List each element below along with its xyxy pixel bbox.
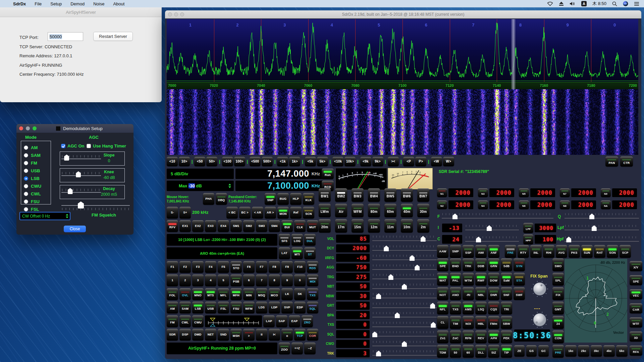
btn-cwl[interactable]: CWL [179, 315, 191, 327]
btn-2m[interactable]: 2m [417, 219, 429, 233]
btn-n5[interactable]: N5 [519, 188, 529, 197]
btn-f1[interactable]: F1 [167, 261, 178, 273]
btn-bc[interactable]: < BC [226, 207, 238, 219]
btn-x-y[interactable]: X/Y [630, 261, 642, 271]
btn-bw1[interactable]: BW1 [319, 188, 331, 202]
mode-option-sam[interactable]: SAM [24, 152, 51, 158]
mode-option-cwu[interactable]: CWU [24, 183, 51, 189]
btn-dul[interactable]: DUL [304, 234, 316, 246]
btn-rev[interactable]: REV [475, 330, 487, 343]
cwo-slider[interactable] [372, 340, 437, 348]
btn-son[interactable]: SON [607, 245, 618, 258]
btn-mco[interactable]: MCO [269, 288, 280, 300]
btn-swf[interactable]: SWF [514, 287, 525, 300]
radio-cwl[interactable] [24, 192, 28, 196]
restart-server-button[interactable]: Restart Server [93, 32, 133, 41]
btn-f4[interactable]: F4 [205, 261, 216, 273]
btn-mdi[interactable]: MDI [307, 275, 318, 286]
btn-z[interactable]: --Z [304, 343, 316, 354]
close-traffic-light[interactable] [19, 126, 23, 130]
btn-btn[interactable]: > [243, 329, 255, 341]
btn-sto[interactable]: STO [230, 261, 242, 273]
btn-o[interactable]: o [281, 329, 293, 341]
btn-50[interactable]: 50> [206, 157, 217, 166]
sql-slider[interactable] [372, 330, 437, 338]
btn-8[interactable]: 8 [269, 275, 280, 286]
btn-sm1[interactable]: SM1 [230, 220, 242, 232]
radio-sam[interactable] [24, 153, 28, 158]
btn-10k[interactable]: 10k> [344, 157, 356, 166]
btn-60[interactable]: 60 [463, 345, 474, 358]
btn-mfl[interactable]: MFL [218, 288, 229, 300]
btn-5kc[interactable]: 5kc [616, 345, 628, 357]
btn-9k[interactable]: <9k [360, 157, 371, 166]
btn-50[interactable]: 50 [450, 345, 461, 358]
btn-20m[interactable]: 20m [319, 219, 331, 233]
c-slider[interactable] [465, 235, 519, 243]
btn-5k[interactable]: 5k> [317, 157, 328, 166]
btn-60m[interactable]: 60m [384, 204, 396, 217]
btn-1[interactable]: 1 [167, 275, 178, 286]
nbw-slider[interactable] [372, 292, 437, 300]
btn-fre[interactable]: FRE [505, 245, 516, 258]
btn-dow[interactable]: DOW [488, 273, 499, 286]
btn-nfl[interactable]: NFL [437, 302, 448, 314]
btn-z[interactable]: ++Z [291, 343, 303, 354]
slider-thumb[interactable] [415, 265, 420, 270]
btn-f5[interactable]: F5 [218, 261, 229, 273]
btn-ddb[interactable]: DDB [475, 258, 487, 271]
btn-pek[interactable]: PEK [501, 330, 512, 343]
btn-f10[interactable]: F10 [294, 261, 306, 273]
slider-thumb[interactable] [388, 274, 393, 280]
btn-5[interactable]: 5 [218, 275, 229, 286]
passband-scale-widget[interactable] [205, 315, 262, 327]
q-slider[interactable] [565, 212, 639, 220]
btn-7[interactable]: 7 [256, 275, 267, 286]
slider-thumb[interactable] [487, 225, 492, 231]
btn-air[interactable]: Air [335, 204, 347, 217]
fix-span-knob[interactable] [531, 280, 549, 299]
btn-w[interactable]: <W [431, 157, 442, 166]
btn-15m[interactable]: 15m [352, 219, 364, 233]
btn-s[interactable]: S- [167, 207, 178, 219]
btn-mon[interactable]: MON [277, 207, 289, 219]
btn-f8[interactable]: F8 [269, 261, 280, 273]
btn-inl[interactable]: INL [530, 245, 542, 258]
btn-ex4[interactable]: EX4 [218, 220, 229, 232]
mode-option-am[interactable]: AM [24, 144, 51, 150]
hpf-button[interactable]: HPF [523, 234, 533, 244]
btn-3kc[interactable]: 3kc [591, 345, 602, 357]
btn-cor[interactable]: COR [307, 329, 318, 341]
i-slider[interactable] [465, 224, 519, 232]
txs-slider[interactable] [372, 321, 437, 329]
btn-17m[interactable]: 17m [335, 219, 347, 233]
btn-40m[interactable]: 40m [401, 204, 413, 217]
btn-txs[interactable]: TXS [450, 302, 461, 314]
btn-10k[interactable]: <10k [332, 157, 343, 166]
mode-option-fsl[interactable]: FSL [24, 206, 51, 212]
btn-n1[interactable]: N1 [437, 188, 447, 197]
btn-p[interactable]: <P [403, 157, 414, 166]
btn-bw3[interactable]: BW3 [352, 188, 364, 202]
btn-syn[interactable]: SYN [514, 258, 525, 271]
radio-cwu[interactable] [24, 184, 28, 188]
tune-knob[interactable] [531, 311, 549, 330]
btn-n3[interactable]: N3 [478, 188, 488, 197]
menu-noise[interactable]: Noise [89, 1, 109, 6]
btn-fmm[interactable]: FMm [488, 316, 499, 329]
slider-thumb[interactable] [476, 237, 481, 242]
slider-thumb[interactable] [431, 322, 436, 328]
btn-2kc[interactable]: 2kc [578, 345, 589, 357]
btn-sfs[interactable]: SFS [279, 234, 290, 246]
btn-wfm[interactable]: WFM [243, 302, 255, 313]
btn-smo[interactable]: SMO [552, 258, 564, 271]
mode-option-fsu[interactable]: FSU [24, 198, 51, 204]
btn-rat[interactable]: RAT [594, 245, 605, 258]
btn-f2[interactable]: F2 [179, 261, 191, 273]
btn-pha[interactable]: PHA [203, 193, 214, 205]
cw-offset-spinner[interactable] [66, 214, 70, 218]
btn-gc[interactable]: GC [538, 345, 549, 357]
lpf-slider[interactable] [565, 224, 639, 232]
waterfall-display[interactable] [167, 89, 638, 155]
btn-car[interactable]: CAR [630, 303, 642, 313]
